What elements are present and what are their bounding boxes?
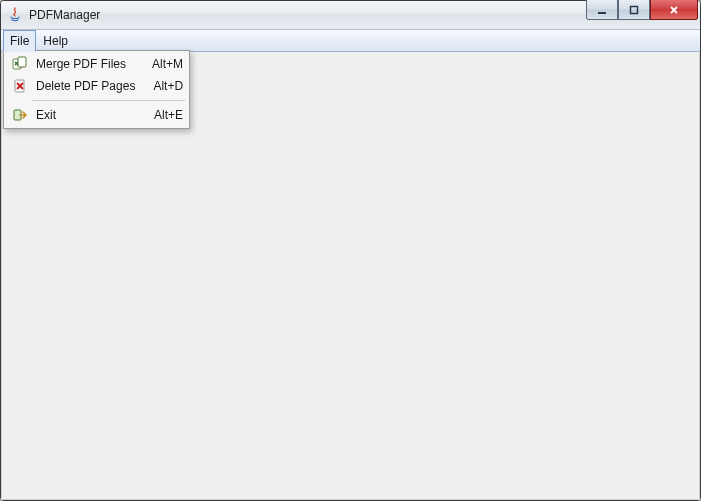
menu-help[interactable]: Help: [36, 30, 75, 51]
menu-item-label: Exit: [30, 108, 136, 122]
menu-separator: [32, 100, 185, 101]
exit-icon: [10, 107, 30, 123]
window-title: PDFManager: [29, 8, 100, 22]
file-menu-dropdown: Merge PDF Files Alt+M Delete PDF Pages A…: [3, 50, 190, 129]
menu-item-shortcut: Alt+D: [135, 79, 183, 93]
menu-item-delete-pages[interactable]: Delete PDF Pages Alt+D: [6, 75, 187, 97]
app-window: PDFManager File Help: [0, 0, 701, 501]
minimize-button[interactable]: [586, 0, 618, 20]
menu-item-label: Merge PDF Files: [30, 57, 134, 71]
svg-rect-5: [18, 57, 26, 67]
maximize-button[interactable]: [618, 0, 650, 20]
menu-item-shortcut: Alt+M: [134, 57, 183, 71]
window-controls: [586, 1, 698, 29]
java-app-icon: [7, 7, 23, 23]
menu-item-shortcut: Alt+E: [136, 108, 183, 122]
delete-page-icon: [10, 78, 30, 94]
menu-item-merge-pdf[interactable]: Merge PDF Files Alt+M: [6, 53, 187, 75]
svg-rect-0: [598, 12, 606, 14]
close-button[interactable]: [650, 0, 698, 20]
menu-bar: File Help: [1, 30, 700, 52]
menu-item-label: Delete PDF Pages: [30, 79, 135, 93]
merge-icon: [10, 56, 30, 72]
menu-file[interactable]: File: [3, 30, 36, 52]
menu-help-label: Help: [43, 34, 68, 48]
title-bar: PDFManager: [1, 1, 700, 30]
menu-item-exit[interactable]: Exit Alt+E: [6, 104, 187, 126]
svg-rect-1: [631, 6, 638, 13]
menu-file-label: File: [10, 34, 29, 48]
